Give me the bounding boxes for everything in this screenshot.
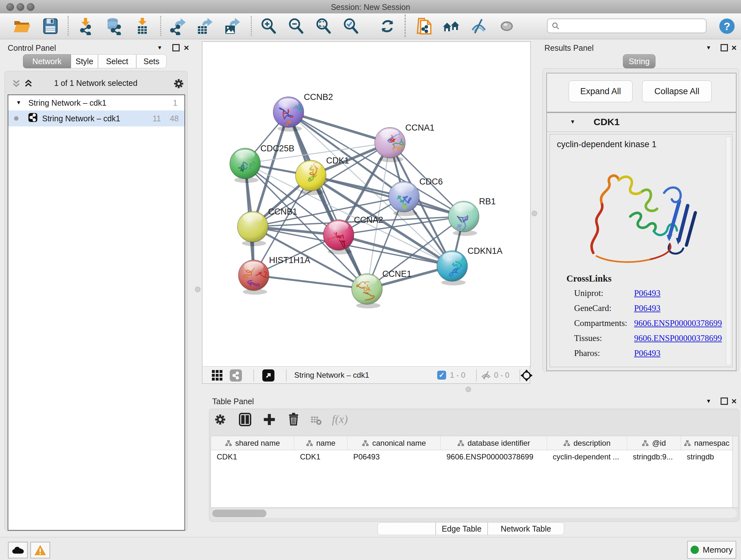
- save-session-icon[interactable]: [42, 17, 59, 35]
- splitter-handle[interactable]: [195, 287, 200, 292]
- tab-edge-table[interactable]: Edge Table: [435, 522, 488, 535]
- network-canvas[interactable]: CCNB2CCNA1CDC25BCDK1CDC6RB1CCNB1CCNA2CDK…: [202, 42, 531, 367]
- zoom-fit-icon[interactable]: [315, 17, 333, 35]
- table-columns-icon[interactable]: [238, 412, 253, 428]
- network-node-CCNA1[interactable]: CCNA1: [375, 123, 434, 162]
- table-hscrollbar-track[interactable]: [212, 509, 737, 518]
- table-hscrollbar-thumb[interactable]: [212, 509, 266, 517]
- birdseye-icon[interactable]: [520, 369, 533, 384]
- network-edge[interactable]: [288, 112, 390, 143]
- table-add-icon[interactable]: [262, 413, 276, 428]
- refresh-icon[interactable]: [379, 17, 396, 35]
- table-cell[interactable]: P06493: [347, 450, 441, 463]
- crosslink-link[interactable]: P06493: [634, 288, 661, 298]
- table-cell[interactable]: 9606.ENSP00000378699: [441, 450, 547, 463]
- table-panel-close-icon[interactable]: ×: [731, 396, 737, 407]
- tab-network-table[interactable]: Network Table: [488, 522, 564, 535]
- table-header-shared-name[interactable]: shared name: [211, 436, 294, 450]
- results-scrollbar[interactable]: [726, 136, 731, 365]
- network-node-CCNE1[interactable]: CCNE1: [352, 269, 412, 308]
- collection-expander-icon[interactable]: ▼: [16, 100, 21, 106]
- protein-ribbon-path: [676, 237, 682, 245]
- network-node-HIST1H1A[interactable]: HIST1H1A: [239, 255, 310, 295]
- control-panel-close-icon[interactable]: ×: [184, 43, 189, 53]
- hidden-eye-icon[interactable]: [481, 370, 491, 382]
- tab-style[interactable]: Style: [71, 54, 98, 68]
- table-gear-icon[interactable]: [213, 413, 227, 428]
- table-panel-float-icon[interactable]: [721, 397, 728, 405]
- import-network-database-icon[interactable]: [105, 17, 123, 35]
- warning-button[interactable]: [30, 542, 50, 558]
- crosslink-link[interactable]: 9606.ENSP00000378699: [634, 333, 722, 343]
- cloud-button[interactable]: [8, 542, 28, 558]
- export-network-icon[interactable]: [169, 17, 186, 35]
- network-node-CCNA2[interactable]: CCNA2: [323, 215, 383, 254]
- import-network-file-icon[interactable]: [77, 17, 94, 35]
- network-collection-row[interactable]: ▼ String Network – cdk1 1: [8, 95, 185, 111]
- open-session-icon[interactable]: [13, 17, 30, 35]
- export-table-icon[interactable]: [195, 17, 213, 35]
- tab-select[interactable]: Select: [98, 54, 136, 68]
- import-table-file-icon[interactable]: [133, 17, 151, 35]
- table-header-description[interactable]: description: [547, 436, 627, 450]
- table-vscrollbar[interactable]: [732, 436, 738, 508]
- expand-all-icon[interactable]: [23, 78, 34, 90]
- table-cell[interactable]: CDK1: [294, 450, 347, 463]
- network-share-icon[interactable]: [230, 369, 242, 381]
- collapse-all-button[interactable]: Collapse All: [642, 80, 712, 102]
- help-icon[interactable]: ?: [718, 17, 736, 35]
- eye-icon[interactable]: [498, 17, 516, 35]
- table-cell[interactable]: CDK1: [211, 450, 294, 463]
- houses-icon[interactable]: [442, 17, 460, 35]
- network-node-CDKN1A[interactable]: CDKN1A: [437, 246, 502, 286]
- network-node-RB1[interactable]: RB1: [448, 197, 496, 236]
- grid-view-icon[interactable]: [211, 369, 223, 383]
- table-row[interactable]: CDK1CDK1P064939606.ENSP00000378699cyclin…: [211, 450, 738, 463]
- table-header--id[interactable]: @id: [627, 436, 681, 450]
- network-node-label: RB1: [479, 197, 496, 206]
- results-panel-menu-icon[interactable]: ▼: [706, 45, 711, 51]
- memory-button[interactable]: Memory: [687, 541, 736, 559]
- table-delete-icon[interactable]: [310, 415, 322, 428]
- table-cell[interactable]: stringdb:9...: [627, 450, 681, 463]
- tab-sets[interactable]: Sets: [136, 54, 166, 68]
- results-panel-close-icon[interactable]: ×: [731, 43, 737, 53]
- table-header-name[interactable]: name: [294, 436, 347, 450]
- string-document-icon[interactable]: [415, 17, 433, 35]
- crosslink-link[interactable]: P06493: [634, 348, 661, 358]
- splitter-handle[interactable]: [532, 211, 537, 216]
- network-node-CDC6[interactable]: CDC6: [389, 177, 443, 216]
- statusbar-separator: [476, 369, 477, 381]
- tab-string[interactable]: String: [623, 54, 656, 68]
- glass-effect-icon[interactable]: [470, 17, 488, 35]
- zoom-in-icon[interactable]: [260, 17, 278, 35]
- tab-node-table[interactable]: Node Table: [378, 522, 435, 535]
- table-trash-icon[interactable]: [286, 412, 300, 427]
- protein-expander-icon[interactable]: ▼: [570, 119, 576, 125]
- results-panel-float-icon[interactable]: [721, 44, 728, 51]
- splitter-handle[interactable]: [466, 387, 471, 392]
- search-input[interactable]: [560, 21, 698, 30]
- network-edge[interactable]: [254, 275, 367, 289]
- network-row[interactable]: String Network – cdk1 11 48: [8, 111, 185, 126]
- control-panel-float-icon[interactable]: [172, 44, 180, 51]
- table-header-namespac[interactable]: namespac: [681, 436, 733, 450]
- selected-checkbox-icon[interactable]: ✓: [437, 371, 446, 380]
- zoom-out-icon[interactable]: [287, 17, 305, 35]
- collapse-all-icon[interactable]: [11, 78, 22, 90]
- export-image-icon[interactable]: [223, 17, 241, 35]
- table-header-canonical-name[interactable]: canonical name: [347, 436, 441, 450]
- expand-all-button[interactable]: Expand All: [569, 80, 632, 102]
- tab-network[interactable]: Network: [23, 54, 71, 68]
- table-panel-menu-icon[interactable]: ▼: [706, 398, 711, 405]
- table-cell[interactable]: stringdb: [681, 450, 733, 463]
- control-panel-title: Control Panel: [8, 44, 56, 53]
- open-in-new-window-icon[interactable]: [262, 369, 274, 381]
- network-options-gear-icon[interactable]: [172, 77, 185, 91]
- crosslink-link[interactable]: 9606.ENSP00000378699: [634, 318, 722, 328]
- crosslink-link[interactable]: P06493: [634, 303, 661, 313]
- control-panel-menu-icon[interactable]: ▼: [157, 45, 162, 51]
- table-cell[interactable]: cyclin-dependent ...: [547, 450, 627, 463]
- table-header-database-identifier[interactable]: database identifier: [441, 436, 547, 450]
- zoom-selected-icon[interactable]: [342, 17, 360, 35]
